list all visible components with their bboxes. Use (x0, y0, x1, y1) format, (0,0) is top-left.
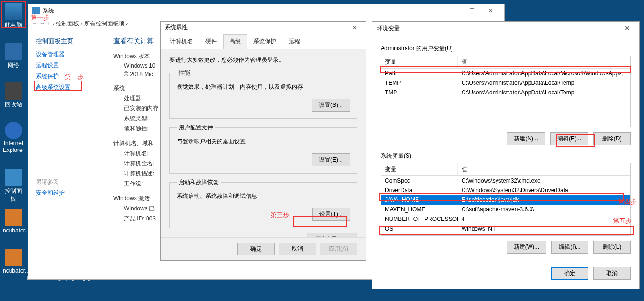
profile-text: 与登录帐户相关的桌面设置 (177, 138, 350, 146)
sys-vars-table[interactable]: 变量 值 ComSpecC:\windows\system32\cmd.exeD… (381, 163, 631, 236)
profile-settings-button[interactable]: 设置(E)... (312, 153, 350, 166)
table-row[interactable]: DriverDataC:\Windows\System32\Drivers\Dr… (381, 185, 630, 195)
table-header: 变量 值 (381, 163, 630, 176)
table-row[interactable]: NUMBER_OF_PROCESSORS4 (381, 214, 630, 224)
user-new-button[interactable]: 新建(N)... (507, 132, 545, 145)
var-value: C:\ProgramData\Oracle\Java\javapath;C:\w… (458, 233, 630, 236)
environment-variables-dialog: 环境变量 ✕ Administrator 的用户变量(U) 变量 值 PathC… (372, 21, 640, 289)
perf-settings-button[interactable]: 设置(S)... (312, 99, 350, 112)
var-name: Path (381, 69, 458, 78)
nav-arrows[interactable]: ← → ↑ (32, 20, 50, 27)
breadcrumb-path[interactable]: › 控制面板 › 所有控制面板项 › (53, 20, 128, 28)
startup-text: 系统启动、系统故障和调试信息 (177, 192, 350, 200)
var-name: DriverData (381, 185, 458, 195)
legend-startup: 启动和故障恢复 (177, 178, 221, 186)
folder-icon (5, 209, 22, 226)
table-row[interactable]: PathC:\Users\Administrator\AppData\Local… (381, 69, 630, 78)
user-delete-button[interactable]: 删除(D) (593, 132, 631, 145)
system-icon (32, 7, 40, 14)
sidebar-header: 控制面板主页 (36, 37, 97, 46)
env-cancel-button[interactable]: 取消 (593, 267, 631, 280)
pc-icon (5, 3, 22, 20)
var-name: Path (381, 233, 458, 236)
user-edit-button[interactable]: 编辑(E)... (550, 132, 588, 145)
var-value: C:\Users\Administrator\AppData\Local\Tem… (458, 88, 630, 97)
sys-new-button[interactable]: 新建(W)... (507, 241, 546, 254)
sys-delete-button[interactable]: 删除(L) (593, 241, 631, 254)
env-close-button[interactable]: ✕ (620, 24, 634, 32)
maximize-button[interactable]: ☐ (462, 5, 481, 16)
sidebar-link-security[interactable]: 安全和维护 (36, 189, 97, 197)
var-value: C:\soft\apache-maven-3.6.0\ (458, 205, 630, 214)
env-titlebar[interactable]: 环境变量 ✕ (372, 22, 639, 35)
props-ok-button[interactable]: 确定 (237, 243, 275, 255)
legend-profiles: 用户配置文件 (177, 124, 215, 132)
sidebar-link-advanced-settings[interactable]: 高级系统设置 (36, 83, 97, 92)
fieldset-performance: 性能 视觉效果，处理器计划，内存使用，以及虚拟内存 设置(S)... (169, 69, 357, 119)
table-row[interactable]: TEMPC:\Users\Administrator\AppData\Local… (381, 78, 630, 88)
desktop-icon-incubator2[interactable]: ncubator... (3, 249, 24, 274)
var-value: Windows_NT (458, 224, 630, 233)
table-row[interactable]: MAVEN_HOMEC:\soft\apache-maven-3.6.0\ (381, 205, 630, 214)
folder-icon (5, 249, 22, 266)
var-name: NUMBER_OF_PROCESSORS (381, 214, 458, 224)
startup-settings-button[interactable]: 设置(T)... (312, 208, 350, 221)
env-ok-button[interactable]: 确定 (551, 267, 588, 280)
var-value: C:\Users\Administrator\AppData\Local\Tem… (458, 78, 630, 88)
table-row[interactable]: JAVA_HOMEE:\softlocation\java\jdk (381, 195, 630, 205)
props-apply-button: 应用(A) (320, 243, 357, 255)
sys-edit-button[interactable]: 编辑(I)... (551, 241, 588, 254)
tab-computer-name[interactable]: 计算机名 (164, 34, 199, 49)
sidebar-related-header: 另请参阅 (36, 178, 97, 186)
table-header: 变量 值 (381, 56, 630, 69)
minimize-button[interactable]: — (443, 5, 462, 16)
desktop-icon-this-pc[interactable]: 此电脑 (3, 3, 24, 29)
system-titlebar[interactable]: 系统 — ☐ ✕ (28, 4, 504, 17)
close-button[interactable]: ✕ (481, 5, 500, 16)
var-name: ComSpec (381, 176, 458, 185)
tab-hardware[interactable]: 硬件 (199, 34, 223, 49)
table-row[interactable]: TMPC:\Users\Administrator\AppData\Local\… (381, 88, 630, 97)
ie-icon (5, 122, 22, 139)
var-name: MAVEN_HOME (381, 205, 458, 214)
col-variable: 变量 (381, 163, 458, 175)
user-vars-table[interactable]: 变量 值 PathC:\Users\Administrator\AppData\… (381, 56, 631, 127)
recycle-bin-icon (5, 82, 22, 100)
var-value: C:\windows\system32\cmd.exe (458, 176, 630, 185)
props-close-button[interactable]: ✕ (348, 24, 362, 31)
user-vars-label: Administrator 的用户变量(U) (381, 45, 631, 53)
desktop-icon-recycle-bin[interactable]: 回收站 (3, 82, 24, 109)
tab-advanced[interactable]: 高级 (223, 34, 247, 49)
fieldset-user-profiles: 用户配置文件 与登录帐户相关的桌面设置 设置(E)... (169, 124, 357, 174)
network-icon (5, 43, 22, 60)
env-title: 环境变量 (377, 24, 400, 33)
table-row[interactable]: PathC:\ProgramData\Oracle\Java\javapath;… (381, 233, 630, 236)
system-title: 系统 (43, 7, 54, 15)
desktop-icon-network[interactable]: 网络 (3, 43, 24, 69)
desktop-icon-incubator1[interactable]: ncubator-... (3, 209, 24, 234)
var-name: TEMP (381, 78, 458, 88)
legend-performance: 性能 (177, 69, 192, 77)
sidebar-link-remote-settings[interactable]: 远程设置 (36, 61, 97, 69)
col-value: 值 (458, 56, 630, 68)
props-tabs: 计算机名 硬件 高级 系统保护 远程 (161, 34, 366, 49)
props-titlebar[interactable]: 系统属性 ✕ (161, 22, 366, 34)
var-name: OS (381, 224, 458, 233)
desktop-icon-ie[interactable]: Internet Explorer (3, 122, 24, 153)
props-title: 系统属性 (165, 23, 188, 32)
table-row[interactable]: ComSpecC:\windows\system32\cmd.exe (381, 176, 630, 185)
var-value: E:\softlocation\java\jdk (458, 195, 630, 205)
tab-system-protection[interactable]: 系统保护 (247, 34, 282, 49)
var-name: JAVA_HOME (381, 195, 458, 205)
desktop-icon-control-panel[interactable]: 控制面板 (3, 169, 24, 203)
var-name: TMP (381, 88, 458, 97)
props-cancel-button[interactable]: 取消 (279, 243, 316, 255)
table-row[interactable]: OSWindows_NT (381, 224, 630, 233)
sidebar-link-device-manager[interactable]: 设备管理器 (36, 50, 97, 58)
system-properties-dialog: 系统属性 ✕ 计算机名 硬件 高级 系统保护 远程 要进行大多数更改，您必须作为… (160, 21, 366, 261)
sidebar-link-system-protection[interactable]: 系统保护 (36, 72, 97, 81)
tab-remote[interactable]: 远程 (282, 34, 306, 49)
sidebar: 控制面板主页 设备管理器 远程设置 系统保护 高级系统设置 另请参阅 安全和维护 (28, 30, 105, 279)
sys-vars-label: 系统变量(S) (381, 152, 631, 160)
col-value: 值 (458, 163, 630, 175)
